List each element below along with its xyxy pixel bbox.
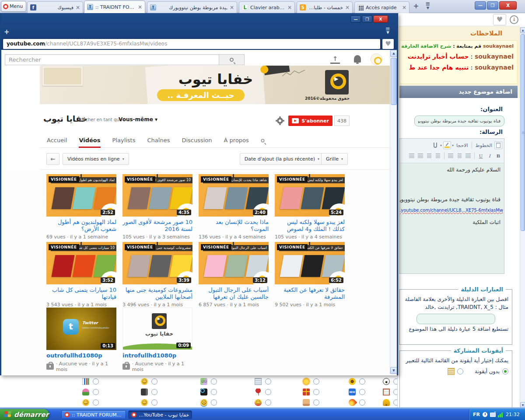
video-title[interactable]: 10 صور مرشحة لأقوى الصور لسنة 2016 bbox=[122, 219, 192, 233]
youtube-scrollbar[interactable]: ▲ ▼ bbox=[390, 50, 397, 374]
video-card[interactable]: شاهد ماذا يحدث للإنسان بعد ا VISIONNÉE 2… bbox=[199, 174, 269, 240]
language-indicator[interactable]: FR bbox=[473, 412, 480, 417]
post-icon-radio[interactable] bbox=[93, 389, 99, 395]
video-thumbnail[interactable]: مشروعات كوميدية جنى منها اصحاب VISIONNÉE… bbox=[122, 242, 192, 284]
tab-close-icon[interactable]: × bbox=[345, 5, 350, 10]
window-maximize-button[interactable]: ❒ bbox=[487, 1, 498, 10]
tab-acces-rapide[interactable]: Accès rapide × bbox=[354, 1, 410, 13]
scroll-up-icon[interactable]: ▲ bbox=[520, 27, 525, 33]
video-card[interactable]: اسباب على الرجال التبول جالسين عليك VISI… bbox=[199, 242, 269, 308]
note-username[interactable]: soukaynael bbox=[483, 43, 514, 49]
forum-scrollbar[interactable]: ▲ ▼ bbox=[520, 27, 525, 409]
view-mode-dropdown[interactable]: Grille▾ bbox=[321, 153, 348, 165]
start-button[interactable]: démarrer bbox=[0, 409, 49, 420]
tab-close-icon[interactable]: × bbox=[138, 5, 142, 9]
post-icon-radio[interactable] bbox=[313, 389, 319, 395]
tab-facebook[interactable]: f فيسبوك × bbox=[27, 1, 83, 13]
tab-close-icon[interactable]: × bbox=[230, 5, 234, 10]
note-username[interactable]: soukaynael bbox=[475, 64, 514, 71]
video-thumbnail[interactable]: 10 صور مرشحة لاقوى الصور لس VISIONNÉE 4:… bbox=[122, 174, 192, 217]
video-card[interactable]: لماذ الهولنديون هم اطول شعوب ا VISIONNÉE… bbox=[46, 174, 116, 240]
note-username[interactable]: soukaynael bbox=[475, 53, 514, 60]
video-thumbnail[interactable]: t Twitter twitter.com/khafayatube 0:13 bbox=[46, 308, 116, 350]
video-card[interactable]: 10 سيارات يتمنى كل شاب في VISIONNÉE 3:52… bbox=[46, 242, 116, 308]
video-card[interactable]: 10 صور مرشحة لاقوى الصور لس VISIONNÉE 4:… bbox=[122, 174, 192, 240]
video-thumbnail[interactable]: خفايا تيوب 0:09 bbox=[122, 308, 192, 350]
post-icon-radio[interactable] bbox=[359, 389, 365, 395]
topic-title-input[interactable] bbox=[414, 116, 504, 126]
tab-close-icon[interactable]: × bbox=[287, 5, 292, 10]
video-thumbnail[interactable]: شاهد ماذا يحدث للإنسان بعد ا VISIONNÉE 2… bbox=[199, 174, 269, 217]
sort-dropdown[interactable]: Date d'ajout (la plus récente)▾ bbox=[240, 153, 324, 165]
indent-icon[interactable] bbox=[416, 152, 424, 160]
video-title[interactable]: introfullhd1080p bbox=[122, 352, 192, 359]
video-thumbnail[interactable]: 10 سيارات يتمنى كل شاب في VISIONNÉE 3:52 bbox=[46, 242, 116, 284]
note-link[interactable]: تنبيه هام جدا عند ط bbox=[409, 64, 469, 71]
tray-clock-icon[interactable] bbox=[482, 412, 488, 417]
tab-list-button[interactable]: ≡▾ bbox=[424, 2, 432, 10]
post-icon-radio[interactable] bbox=[393, 378, 397, 385]
video-title[interactable]: لماذ الهولنديون هم أطول شعوب الأرض؟ bbox=[46, 219, 116, 233]
message-channel-link[interactable]: ww.youtube.com/channel/UCL8...XE75-6mfxl… bbox=[400, 208, 503, 213]
video-thumbnail[interactable]: اسباب على الرجال التبول جالسين عليك VISI… bbox=[199, 242, 269, 284]
post-icon-radio[interactable] bbox=[359, 378, 365, 385]
popup-maximize-button[interactable]: ❒ bbox=[362, 15, 372, 23]
tab-chaines[interactable]: Chaînes bbox=[147, 134, 170, 148]
post-icon-radio[interactable] bbox=[265, 399, 271, 406]
video-title[interactable]: أسباب على الرجال التبول جالسين عليك ان ت… bbox=[199, 287, 269, 301]
paste-icon[interactable] bbox=[494, 141, 502, 149]
bookmark-heart-icon[interactable]: ♥ bbox=[382, 38, 394, 49]
no-icon-radio[interactable] bbox=[502, 368, 508, 374]
align-right-icon[interactable] bbox=[464, 152, 472, 160]
video-title[interactable]: حقائق لا تعرفها عن الكعبة المشرفة bbox=[275, 287, 345, 301]
video-card[interactable]: مشروعات كوميدية جنى منها اصحاب VISIONNÉE… bbox=[122, 242, 192, 308]
window-minimize-button[interactable]: — bbox=[475, 1, 486, 10]
post-icon-radio[interactable] bbox=[93, 399, 99, 406]
attachment-icon[interactable] bbox=[431, 141, 439, 149]
note-link[interactable]: حساب أخبار ترايدنت bbox=[408, 53, 469, 60]
note-line[interactable]: soukaynael : حساب أخبار ترايدنت bbox=[403, 53, 514, 60]
gear-icon[interactable] bbox=[277, 118, 283, 124]
align-left-icon[interactable] bbox=[447, 152, 455, 160]
underline-button[interactable]: U bbox=[477, 152, 485, 160]
upload-icon[interactable]: ↑ bbox=[330, 55, 340, 64]
video-title[interactable]: 10 سيارات يتمنى كل شاب قيادتها bbox=[46, 287, 116, 301]
scrollbar-thumb[interactable] bbox=[521, 34, 525, 231]
download-icon[interactable]: ↓ bbox=[510, 15, 518, 24]
channel-search-icon[interactable] bbox=[261, 139, 264, 142]
video-title[interactable]: لغز يبدو سهلا ولكنه ليس كذلك ! الملك و4 … bbox=[275, 219, 345, 233]
back-button[interactable]: ← bbox=[46, 153, 60, 165]
popup-titlebar[interactable]: — ❒ X + ≡▾ youtube.com/channel/UCL87A9vE… bbox=[1, 13, 397, 50]
search-button[interactable] bbox=[219, 54, 245, 65]
ordered-list-icon[interactable] bbox=[434, 152, 442, 160]
post-icon-radio[interactable] bbox=[313, 378, 319, 385]
tags-input[interactable] bbox=[416, 314, 495, 324]
post-icon-radio[interactable] bbox=[265, 378, 271, 385]
subscribe-button[interactable]: ▶ S'abonner bbox=[288, 116, 332, 126]
tab-accueil[interactable]: Accueil bbox=[47, 134, 67, 148]
taskbar-button-youtube[interactable]: خفايا تيوب - YouTube ... bbox=[128, 410, 192, 419]
post-icon-radio[interactable] bbox=[151, 399, 158, 406]
post-icon-radio[interactable] bbox=[93, 378, 99, 385]
window-close-button[interactable]: X bbox=[499, 1, 517, 10]
tab-close-icon[interactable]: × bbox=[402, 5, 406, 10]
tab-videos[interactable]: Vidéos bbox=[79, 134, 100, 148]
scroll-up-icon[interactable]: ▲ bbox=[390, 50, 397, 57]
tab-clavier-arabe[interactable]: L Clavier arabe en ligne LE × bbox=[239, 1, 295, 13]
scrollbar-thumb[interactable] bbox=[391, 58, 397, 105]
video-card[interactable]: t Twitter twitter.com/khafayatube 0:13 o… bbox=[46, 308, 116, 372]
browser-menu-button[interactable]: Menu bbox=[1, 1, 26, 12]
message-textarea[interactable]: السلام عليكم ورحمة الله قناة يوتيوب ثقاف… bbox=[400, 163, 504, 273]
tab-youtube-channel[interactable]: T ـيدة مربوطة بوطن نيتوويورك × bbox=[147, 1, 237, 13]
post-icon-radio[interactable] bbox=[211, 399, 217, 406]
video-card[interactable]: حقائق لا تعرفها عن الكعبة ال VISIONNÉE 6… bbox=[275, 242, 345, 308]
note-line[interactable]: soukaynael : تنبيه هام جدا عند ط bbox=[403, 64, 514, 71]
bookmark-heart-icon[interactable]: ♥ bbox=[493, 14, 506, 25]
new-tab-button[interactable]: + bbox=[412, 2, 420, 10]
video-thumbnail[interactable]: لغز يبدو سهلا ولكنه ليس كذلك ! الملك VIS… bbox=[275, 174, 345, 217]
post-icon-radio[interactable] bbox=[211, 389, 217, 395]
uploads-dropdown[interactable]: Vidéos mises en ligne▾ bbox=[63, 153, 129, 165]
post-icon-radio[interactable] bbox=[359, 399, 365, 406]
tab-discussion[interactable]: Discussion bbox=[182, 134, 212, 148]
post-icon-radio[interactable] bbox=[211, 378, 217, 385]
